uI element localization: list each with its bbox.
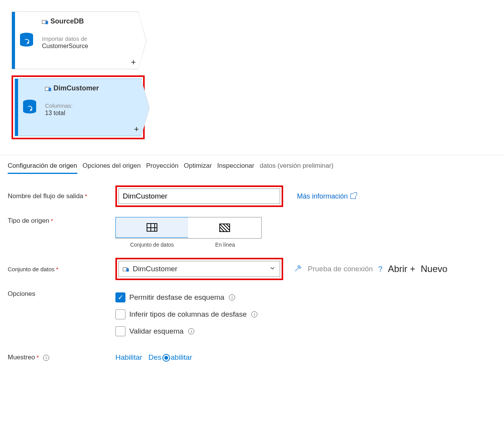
node-accent (15, 79, 18, 136)
dataset-type-icon (147, 223, 157, 232)
source-type-dataset[interactable] (115, 217, 189, 238)
source-db-icon (15, 12, 38, 69)
tab-data-preview[interactable]: datos (versión preliminar) (260, 162, 334, 174)
info-icon[interactable]: i (188, 328, 194, 334)
info-icon[interactable]: i (43, 355, 49, 361)
node-subtitle: Columnas: (45, 102, 137, 109)
node-dimcustomer[interactable]: DimCustomer Columnas: 13 total + (15, 78, 142, 136)
node-subtitle: Importar datos de (42, 35, 134, 42)
node-detail: 13 total (45, 110, 137, 117)
dataset-dropdown-highlight: DimCustomer (115, 258, 283, 280)
more-info-link[interactable]: Más información (297, 192, 356, 200)
tab-projection[interactable]: Proyección (146, 162, 179, 174)
source-type-label: Tipo de origen (8, 217, 112, 225)
options-label: Opciones (8, 290, 112, 298)
output-stream-input[interactable] (118, 189, 280, 204)
source-settings-form: Nombre del flujo de salida Más informaci… (0, 174, 504, 383)
node-title: SourceDB (50, 17, 84, 25)
infer-drift-types-checkbox[interactable] (115, 309, 125, 319)
external-link-icon (350, 194, 356, 199)
dataset-icon (123, 266, 129, 272)
node-detail: CustomerSource (42, 43, 134, 50)
infer-drift-types-label: Inferir tipos de columnas de desfase (129, 310, 247, 319)
source-type-segment (115, 217, 262, 239)
node-output-arrow (138, 12, 147, 70)
sampling-disable-label[interactable]: Desabilitar (149, 353, 192, 362)
help-icon[interactable]: ? (378, 265, 382, 274)
dataset-caption: Conjunto de datos (115, 242, 189, 248)
inline-caption: En línea (189, 242, 262, 248)
info-icon[interactable]: i (251, 311, 257, 317)
open-text: Abrir (388, 264, 407, 274)
new-dataset-button[interactable]: Nuevo (421, 264, 447, 274)
sampling-radio-selected[interactable] (162, 354, 170, 362)
inline-type-icon (219, 224, 230, 232)
plug-icon (294, 264, 302, 274)
tab-source-options[interactable]: Opciones del origen (83, 162, 141, 174)
source-tabs: Configuración de origen Opciones del ori… (0, 155, 504, 174)
node-sourcedb[interactable]: SourceDB Importar datos de CustomerSourc… (12, 12, 139, 69)
allow-schema-drift-label: Permitir desfase de esquema (129, 293, 224, 302)
tab-source-config[interactable]: Configuración de origen (8, 162, 77, 174)
output-stream-label: Nombre del flujo de salida (8, 192, 112, 200)
dataset-icon (42, 19, 48, 24)
sampling-label-text: Muestreo (8, 354, 39, 361)
source-db-icon (18, 79, 41, 136)
node-dimcustomer-highlight: DimCustomer Columnas: 13 total + (12, 75, 145, 139)
test-connection-button[interactable]: Prueba de conexión (308, 265, 373, 273)
node-output-arrow (141, 79, 150, 137)
more-info-text: Más información (297, 192, 348, 200)
dataset-icon (45, 86, 51, 91)
validate-schema-label: Validar esquema (129, 327, 184, 336)
output-stream-highlight (115, 185, 283, 207)
add-branch-button[interactable]: + (131, 57, 136, 67)
source-type-inline[interactable] (188, 217, 261, 238)
chevron-down-icon (269, 265, 276, 274)
dataflow-canvas: SourceDB Importar datos de CustomerSourc… (0, 0, 504, 145)
allow-schema-drift-checkbox[interactable] (115, 292, 125, 302)
sampling-radio-group: Habilitar Desabilitar (115, 353, 192, 362)
tab-inspect[interactable]: Inspeccionar (217, 162, 254, 174)
tab-optimize[interactable]: Optimizar (184, 162, 212, 174)
add-branch-button[interactable]: + (134, 124, 139, 134)
sampling-label: Muestreo i (8, 354, 112, 361)
dataset-selected-value: DimCustomer (133, 265, 177, 273)
dataset-label: Conjunto de datos (8, 266, 112, 272)
open-dataset-button[interactable]: Abrir + (388, 264, 415, 274)
info-icon[interactable]: i (229, 294, 235, 300)
node-title: DimCustomer (53, 84, 99, 92)
validate-schema-checkbox[interactable] (115, 326, 125, 336)
node-accent (12, 12, 15, 69)
sampling-enable-label[interactable]: Habilitar (115, 353, 142, 362)
dataset-dropdown[interactable]: DimCustomer (118, 261, 280, 277)
